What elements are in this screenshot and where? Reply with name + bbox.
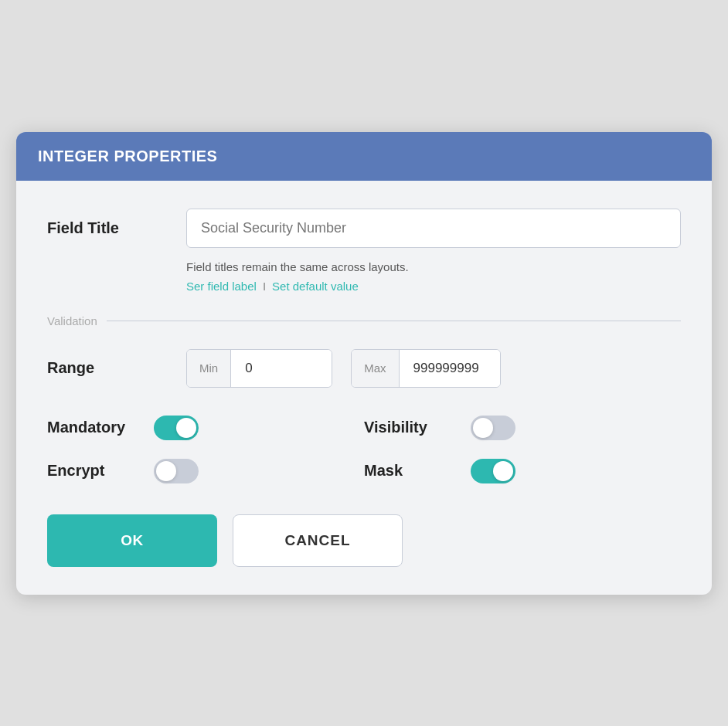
- range-max-box: Max: [351, 349, 500, 388]
- ok-button[interactable]: OK: [47, 514, 217, 567]
- field-title-input[interactable]: [186, 209, 681, 248]
- visibility-toggle[interactable]: [471, 416, 515, 440]
- mandatory-toggle[interactable]: [154, 416, 199, 440]
- validation-divider: Validation: [47, 314, 681, 327]
- set-field-label-link[interactable]: Ser field label: [186, 280, 257, 293]
- mask-toggle[interactable]: [471, 459, 515, 483]
- divider-line: [107, 321, 681, 321]
- toggles-grid: Mandatory Visibility Encrypt: [47, 416, 681, 483]
- visibility-toggle-row: Visibility: [364, 416, 681, 440]
- mandatory-toggle-slider: [154, 416, 199, 440]
- range-min-box: Min: [186, 349, 332, 388]
- dialog-body: Field Title Field titles remain the same…: [16, 181, 712, 595]
- range-row: Range Min Max: [47, 349, 681, 388]
- link-separator: I: [263, 280, 266, 293]
- buttons-row: OK CANCEL: [47, 514, 681, 567]
- range-min-input[interactable]: [231, 350, 332, 387]
- helper-text-area: Field titles remain the same across layo…: [186, 260, 681, 293]
- encrypt-toggle-row: Encrypt: [47, 459, 364, 483]
- mandatory-label: Mandatory: [47, 419, 140, 436]
- range-max-prefix: Max: [352, 350, 399, 387]
- cancel-button[interactable]: CANCEL: [233, 514, 403, 567]
- dialog-header: INTEGER PROPERTIES: [16, 132, 712, 181]
- range-label: Range: [47, 359, 186, 377]
- mask-label: Mask: [364, 462, 457, 480]
- set-default-value-link[interactable]: Set default value: [272, 280, 359, 293]
- range-max-input[interactable]: [400, 350, 500, 387]
- dialog: INTEGER PROPERTIES Field Title Field tit…: [16, 132, 712, 595]
- mask-toggle-row: Mask: [364, 459, 681, 483]
- field-title-label: Field Title: [47, 219, 186, 237]
- helper-description: Field titles remain the same across layo…: [186, 260, 681, 273]
- validation-label: Validation: [47, 314, 97, 327]
- encrypt-label: Encrypt: [47, 462, 140, 480]
- range-inputs: Min Max: [186, 349, 501, 388]
- dialog-title: INTEGER PROPERTIES: [38, 148, 217, 165]
- mandatory-toggle-row: Mandatory: [47, 416, 364, 440]
- visibility-toggle-slider: [471, 416, 515, 440]
- link-row: Ser field label I Set default value: [186, 280, 681, 293]
- encrypt-toggle-slider: [154, 459, 199, 483]
- field-title-row: Field Title: [47, 209, 681, 248]
- visibility-label: Visibility: [364, 419, 457, 436]
- mask-toggle-slider: [471, 459, 515, 483]
- range-min-prefix: Min: [187, 350, 231, 387]
- encrypt-toggle[interactable]: [154, 459, 199, 483]
